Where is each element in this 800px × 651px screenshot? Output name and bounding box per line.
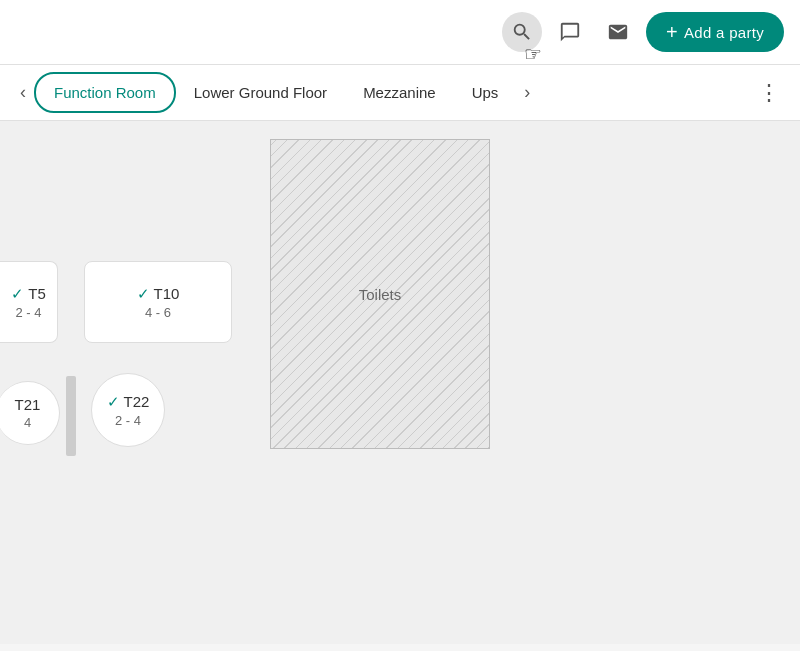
table-T21-capacity: 4 — [24, 415, 31, 430]
table-T22-capacity: 2 - 4 — [115, 413, 141, 428]
search-icon — [511, 21, 533, 43]
tab-next-button[interactable]: › — [516, 74, 538, 111]
table-T10[interactable]: ✓ T10 4 - 6 — [84, 261, 232, 343]
mail-icon — [607, 21, 629, 43]
mail-button[interactable] — [598, 12, 638, 52]
table-T21[interactable]: T21 4 — [0, 381, 60, 445]
search-button[interactable]: ☞ — [502, 12, 542, 52]
tab-bar: ‹ Function Room Lower Ground Floor Mezza… — [0, 65, 800, 121]
tab-ups[interactable]: Ups — [454, 74, 517, 111]
table-T22[interactable]: ✓ T22 2 - 4 — [91, 373, 165, 447]
add-party-button[interactable]: + Add a party — [646, 12, 784, 52]
tab-more-button[interactable]: ⋮ — [750, 72, 788, 114]
messages-button[interactable] — [550, 12, 590, 52]
table-T10-name: ✓ T10 — [137, 285, 180, 303]
table-T21-name: T21 — [15, 396, 41, 413]
table-T10-capacity: 4 - 6 — [145, 305, 171, 320]
add-party-label: Add a party — [684, 24, 764, 41]
table-T5[interactable]: ✓ T5 2 - 4 — [0, 261, 58, 343]
tab-lower-ground-floor[interactable]: Lower Ground Floor — [176, 74, 345, 111]
table-T5-capacity: 2 - 4 — [15, 305, 41, 320]
table-T5-name: ✓ T5 — [11, 285, 46, 303]
tab-prev-button[interactable]: ‹ — [12, 74, 34, 111]
header: ☞ + Add a party — [0, 0, 800, 65]
plus-icon: + — [666, 22, 678, 42]
toilets-label: Toilets — [359, 286, 402, 303]
table-T22-name: ✓ T22 — [107, 393, 150, 411]
divider-bar — [66, 376, 76, 456]
cursor: ☞ — [524, 42, 542, 66]
tab-function-room[interactable]: Function Room — [34, 72, 176, 113]
toilets-area: Toilets — [270, 139, 490, 449]
floor-plan: ✓ T5 2 - 4 ✓ T10 4 - 6 T21 4 ✓ T22 2 - 4… — [0, 121, 800, 644]
tab-mezzanine[interactable]: Mezzanine — [345, 74, 454, 111]
messages-icon — [559, 21, 581, 43]
